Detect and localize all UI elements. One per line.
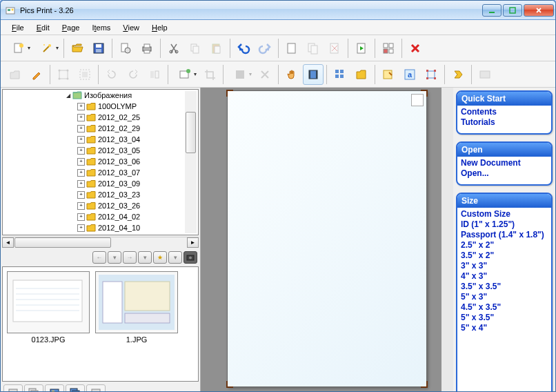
run-button[interactable]: [351, 38, 372, 59]
panel-link[interactable]: 5" x 3.5": [461, 313, 548, 323]
nav-fwd[interactable]: →: [123, 251, 137, 264]
new-button[interactable]: [5, 38, 32, 59]
open-button[interactable]: [67, 38, 88, 59]
panel-link[interactable]: Contents: [461, 107, 548, 117]
nav-back-menu[interactable]: ▾: [108, 251, 121, 264]
tree-folder[interactable]: +2012_04_02: [3, 211, 198, 222]
nav-fav-menu[interactable]: ▾: [168, 251, 182, 264]
nav-camera[interactable]: [183, 251, 197, 264]
edit-note-button[interactable]: [378, 64, 399, 85]
close-button[interactable]: [524, 4, 554, 17]
canvas-area[interactable]: [201, 88, 453, 392]
menu-items[interactable]: Items: [86, 22, 116, 33]
panel-link[interactable]: Passport (1.4" x 1.8"): [461, 230, 548, 240]
panel-link[interactable]: 3.5" x 2": [461, 251, 548, 261]
panel-link[interactable]: New Document: [461, 158, 548, 168]
rotate-left-button[interactable]: [101, 64, 122, 85]
menu-help[interactable]: Help: [146, 22, 173, 33]
redo-button[interactable]: [255, 38, 275, 59]
menu-edit[interactable]: Edit: [31, 22, 55, 33]
item-open-button[interactable]: [5, 64, 26, 85]
svg-rect-54: [428, 71, 435, 78]
delete-page-button[interactable]: [324, 38, 345, 59]
tree-folder[interactable]: +2012_03_09: [3, 178, 198, 189]
panel-link[interactable]: 4.5" x 3.5": [461, 302, 548, 313]
copy-button[interactable]: [185, 38, 206, 59]
add-text-button[interactable]: [171, 64, 199, 85]
thumb-item[interactable]: 1.JPG: [95, 271, 178, 377]
thumb-toolbar: [1, 383, 200, 392]
svg-rect-50: [340, 75, 344, 78]
thb5[interactable]: [86, 384, 106, 392]
new-page-button[interactable]: [281, 38, 302, 59]
paste-button[interactable]: [206, 38, 227, 59]
folder-tree[interactable]: ◢ Изображения +100OLYMP+2012_02_25+2012_…: [2, 89, 199, 235]
fill-button[interactable]: [226, 64, 254, 85]
nav-back[interactable]: ←: [92, 251, 106, 264]
panel-link[interactable]: 4" x 3": [461, 271, 548, 282]
crop-button[interactable]: [199, 64, 220, 85]
thumb-item[interactable]: 0123.JPG: [7, 271, 90, 377]
tree-folder[interactable]: +2012_03_05: [3, 145, 198, 156]
svg-rect-55: [426, 70, 428, 72]
delete-button[interactable]: [405, 38, 426, 59]
panel-link[interactable]: Open...: [461, 168, 548, 179]
panel-link[interactable]: 5" x 4": [461, 323, 548, 333]
panel-link[interactable]: Tutorials: [461, 117, 548, 128]
tree-hscroll[interactable]: ◄►: [2, 237, 199, 248]
panel-link[interactable]: 3" x 3": [461, 261, 548, 271]
tree-root[interactable]: ◢ Изображения: [3, 90, 198, 101]
thb2[interactable]: [24, 384, 43, 392]
tree-folder[interactable]: +2012_03_23: [3, 189, 198, 200]
rotate-right-button[interactable]: [123, 64, 143, 85]
tree-folder[interactable]: +2012_04_10: [3, 222, 198, 233]
thb4[interactable]: [66, 384, 85, 392]
menu-page[interactable]: Page: [57, 22, 86, 33]
arrange-button[interactable]: [378, 38, 399, 59]
menu-view[interactable]: View: [117, 22, 145, 33]
wizard-button[interactable]: [33, 38, 61, 59]
photo-button[interactable]: [475, 64, 495, 85]
remove-button[interactable]: [255, 64, 275, 85]
panel-link[interactable]: 3.5" x 3.5": [461, 282, 548, 292]
grid-view-button[interactable]: [330, 64, 350, 85]
film-button[interactable]: [303, 64, 324, 85]
tree-scrollbar[interactable]: [185, 91, 197, 233]
menu-file[interactable]: File: [6, 22, 30, 33]
copy-page-button[interactable]: [303, 38, 324, 59]
tree-folder[interactable]: +2012_03_04: [3, 134, 198, 145]
page-preview[interactable]: [227, 90, 427, 387]
page-setup-button[interactable]: [115, 38, 136, 59]
undo-button[interactable]: [233, 38, 254, 59]
print-button[interactable]: [137, 38, 157, 59]
panel-link[interactable]: 5" x 3": [461, 292, 548, 302]
tree-folder[interactable]: +2012_02_25: [3, 112, 198, 123]
panel-link[interactable]: 2.5" x 2": [461, 240, 548, 251]
pencil-button[interactable]: [26, 64, 47, 85]
cut-button[interactable]: [163, 38, 184, 59]
tree-folder[interactable]: +2012_03_07: [3, 167, 198, 178]
fit-button[interactable]: [75, 64, 95, 85]
text-a-button[interactable]: a: [399, 64, 420, 85]
tree-folder[interactable]: +2012_02_29: [3, 123, 198, 134]
canvas-scrollbar[interactable]: [441, 88, 453, 392]
grid-snap-button[interactable]: [53, 64, 74, 85]
minimize-button[interactable]: [482, 4, 502, 17]
nav-favorite[interactable]: ★: [153, 251, 167, 264]
next-button[interactable]: [448, 64, 468, 85]
folder-view-button[interactable]: [351, 64, 372, 85]
tree-folder[interactable]: +2012_03_26: [3, 200, 198, 211]
save-button[interactable]: [88, 38, 109, 59]
panel-link[interactable]: ID (1" x 1.25"): [461, 219, 548, 230]
tree-folder[interactable]: +2012_03_06: [3, 156, 198, 167]
tree-folder[interactable]: +100OLYMP: [3, 101, 198, 112]
bounds-button[interactable]: [421, 64, 441, 85]
flip-button[interactable]: [144, 64, 165, 85]
thb3[interactable]: [45, 384, 64, 392]
nav-fwd-menu[interactable]: ▾: [138, 251, 152, 264]
panel-link[interactable]: Custom Size: [461, 209, 548, 219]
thumbnails[interactable]: 0123.JPG 1.JPG: [2, 266, 199, 382]
maximize-button[interactable]: [503, 4, 522, 17]
hand-button[interactable]: [281, 64, 302, 85]
thb1[interactable]: [3, 384, 23, 392]
